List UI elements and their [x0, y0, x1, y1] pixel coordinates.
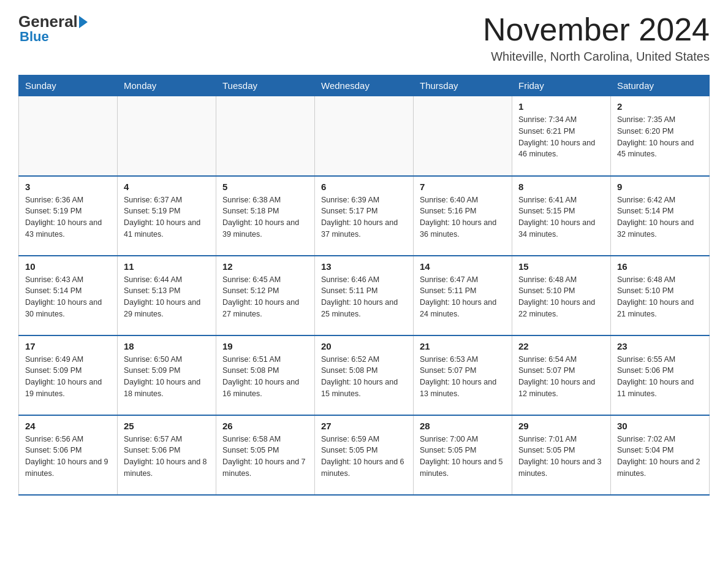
- day-cell: [118, 96, 216, 176]
- day-cell: 11Sunrise: 6:44 AMSunset: 5:13 PMDayligh…: [118, 256, 216, 335]
- day-number: 8: [518, 182, 604, 192]
- header-cell-tuesday: Tuesday: [216, 75, 315, 96]
- day-cell: 30Sunrise: 7:02 AMSunset: 5:04 PMDayligh…: [611, 415, 710, 495]
- location-title: Whiteville, North Carolina, United State…: [483, 50, 710, 64]
- day-info: Sunrise: 6:44 AMSunset: 5:13 PMDaylight:…: [124, 274, 210, 320]
- day-number: 10: [25, 261, 111, 272]
- day-cell: 16Sunrise: 6:48 AMSunset: 5:10 PMDayligh…: [611, 256, 710, 335]
- day-info: Sunrise: 6:55 AMSunset: 5:06 PMDaylight:…: [617, 354, 703, 400]
- day-info: Sunrise: 6:45 AMSunset: 5:12 PMDaylight:…: [222, 274, 308, 320]
- calendar-header: SundayMondayTuesdayWednesdayThursdayFrid…: [19, 75, 710, 96]
- day-info: Sunrise: 6:53 AMSunset: 5:07 PMDaylight:…: [420, 354, 506, 400]
- day-cell: 8Sunrise: 6:41 AMSunset: 5:15 PMDaylight…: [512, 176, 611, 256]
- day-number: 16: [617, 261, 703, 272]
- day-cell: 1Sunrise: 7:34 AMSunset: 6:21 PMDaylight…: [512, 96, 611, 176]
- day-number: 29: [518, 421, 604, 431]
- day-info: Sunrise: 6:37 AMSunset: 5:19 PMDaylight:…: [124, 194, 210, 240]
- day-info: Sunrise: 6:48 AMSunset: 5:10 PMDaylight:…: [617, 274, 703, 320]
- day-cell: 14Sunrise: 6:47 AMSunset: 5:11 PMDayligh…: [414, 256, 512, 335]
- day-number: 9: [617, 182, 703, 192]
- header: General Blue November 2024 Whiteville, N…: [18, 12, 710, 64]
- day-cell: [216, 96, 315, 176]
- day-cell: 13Sunrise: 6:46 AMSunset: 5:11 PMDayligh…: [315, 256, 414, 335]
- day-cell: [414, 96, 512, 176]
- day-cell: 12Sunrise: 6:45 AMSunset: 5:12 PMDayligh…: [216, 256, 315, 335]
- day-cell: 29Sunrise: 7:01 AMSunset: 5:05 PMDayligh…: [512, 415, 611, 495]
- day-info: Sunrise: 6:41 AMSunset: 5:15 PMDaylight:…: [518, 194, 604, 240]
- day-number: 17: [25, 341, 111, 351]
- week-row-0: 1Sunrise: 7:34 AMSunset: 6:21 PMDaylight…: [19, 96, 710, 176]
- logo-blue: Blue: [18, 29, 49, 45]
- day-number: 19: [222, 341, 308, 351]
- day-info: Sunrise: 6:51 AMSunset: 5:08 PMDaylight:…: [222, 354, 308, 400]
- month-title: November 2024: [483, 12, 710, 47]
- logo-arrow-icon: [79, 16, 88, 28]
- day-info: Sunrise: 6:43 AMSunset: 5:14 PMDaylight:…: [25, 274, 111, 320]
- day-cell: 15Sunrise: 6:48 AMSunset: 5:10 PMDayligh…: [512, 256, 611, 335]
- day-number: 4: [124, 182, 210, 192]
- day-info: Sunrise: 7:02 AMSunset: 5:04 PMDaylight:…: [617, 434, 703, 480]
- header-cell-wednesday: Wednesday: [315, 75, 414, 96]
- day-info: Sunrise: 6:50 AMSunset: 5:09 PMDaylight:…: [124, 354, 210, 400]
- day-number: 15: [518, 261, 604, 272]
- day-number: 11: [124, 261, 210, 272]
- header-cell-thursday: Thursday: [414, 75, 512, 96]
- day-info: Sunrise: 6:59 AMSunset: 5:05 PMDaylight:…: [321, 434, 407, 480]
- day-number: 7: [420, 182, 506, 192]
- calendar-body: 1Sunrise: 7:34 AMSunset: 6:21 PMDaylight…: [19, 96, 710, 495]
- day-info: Sunrise: 7:34 AMSunset: 6:21 PMDaylight:…: [518, 114, 604, 160]
- day-cell: 27Sunrise: 6:59 AMSunset: 5:05 PMDayligh…: [315, 415, 414, 495]
- day-cell: [315, 96, 414, 176]
- header-cell-saturday: Saturday: [611, 75, 710, 96]
- day-cell: 28Sunrise: 7:00 AMSunset: 5:05 PMDayligh…: [414, 415, 512, 495]
- day-number: 21: [420, 341, 506, 351]
- day-info: Sunrise: 6:56 AMSunset: 5:06 PMDaylight:…: [25, 434, 111, 480]
- day-number: 5: [222, 182, 308, 192]
- day-number: 25: [124, 421, 210, 431]
- day-cell: 19Sunrise: 6:51 AMSunset: 5:08 PMDayligh…: [216, 335, 315, 415]
- day-number: 20: [321, 341, 407, 351]
- day-number: 13: [321, 261, 407, 272]
- day-number: 2: [617, 101, 703, 112]
- day-info: Sunrise: 6:57 AMSunset: 5:06 PMDaylight:…: [124, 434, 210, 480]
- day-cell: 10Sunrise: 6:43 AMSunset: 5:14 PMDayligh…: [19, 256, 118, 335]
- day-number: 28: [420, 421, 506, 431]
- day-number: 1: [518, 101, 604, 112]
- day-info: Sunrise: 6:48 AMSunset: 5:10 PMDaylight:…: [518, 274, 604, 320]
- day-info: Sunrise: 6:39 AMSunset: 5:17 PMDaylight:…: [321, 194, 407, 240]
- week-row-4: 24Sunrise: 6:56 AMSunset: 5:06 PMDayligh…: [19, 415, 710, 495]
- day-info: Sunrise: 6:36 AMSunset: 5:19 PMDaylight:…: [25, 194, 111, 240]
- day-info: Sunrise: 6:54 AMSunset: 5:07 PMDaylight:…: [518, 354, 604, 400]
- day-info: Sunrise: 6:46 AMSunset: 5:11 PMDaylight:…: [321, 274, 407, 320]
- day-cell: 17Sunrise: 6:49 AMSunset: 5:09 PMDayligh…: [19, 335, 118, 415]
- day-cell: 20Sunrise: 6:52 AMSunset: 5:08 PMDayligh…: [315, 335, 414, 415]
- day-number: 26: [222, 421, 308, 431]
- day-info: Sunrise: 6:49 AMSunset: 5:09 PMDaylight:…: [25, 354, 111, 400]
- calendar-table: SundayMondayTuesdayWednesdayThursdayFrid…: [18, 75, 710, 496]
- day-cell: 7Sunrise: 6:40 AMSunset: 5:16 PMDaylight…: [414, 176, 512, 256]
- day-number: 18: [124, 341, 210, 351]
- week-row-1: 3Sunrise: 6:36 AMSunset: 5:19 PMDaylight…: [19, 176, 710, 256]
- day-cell: 4Sunrise: 6:37 AMSunset: 5:19 PMDaylight…: [118, 176, 216, 256]
- day-cell: 22Sunrise: 6:54 AMSunset: 5:07 PMDayligh…: [512, 335, 611, 415]
- day-cell: 24Sunrise: 6:56 AMSunset: 5:06 PMDayligh…: [19, 415, 118, 495]
- day-info: Sunrise: 7:35 AMSunset: 6:20 PMDaylight:…: [617, 114, 703, 160]
- day-cell: 25Sunrise: 6:57 AMSunset: 5:06 PMDayligh…: [118, 415, 216, 495]
- day-number: 30: [617, 421, 703, 431]
- day-cell: 26Sunrise: 6:58 AMSunset: 5:05 PMDayligh…: [216, 415, 315, 495]
- day-number: 22: [518, 341, 604, 351]
- day-info: Sunrise: 6:38 AMSunset: 5:18 PMDaylight:…: [222, 194, 308, 240]
- day-info: Sunrise: 6:42 AMSunset: 5:14 PMDaylight:…: [617, 194, 703, 240]
- day-cell: [19, 96, 118, 176]
- week-row-2: 10Sunrise: 6:43 AMSunset: 5:14 PMDayligh…: [19, 256, 710, 335]
- day-cell: 5Sunrise: 6:38 AMSunset: 5:18 PMDaylight…: [216, 176, 315, 256]
- day-cell: 9Sunrise: 6:42 AMSunset: 5:14 PMDaylight…: [611, 176, 710, 256]
- title-area: November 2024 Whiteville, North Carolina…: [483, 12, 710, 64]
- day-info: Sunrise: 6:58 AMSunset: 5:05 PMDaylight:…: [222, 434, 308, 480]
- day-cell: 21Sunrise: 6:53 AMSunset: 5:07 PMDayligh…: [414, 335, 512, 415]
- header-row: SundayMondayTuesdayWednesdayThursdayFrid…: [19, 75, 710, 96]
- day-number: 23: [617, 341, 703, 351]
- day-info: Sunrise: 6:52 AMSunset: 5:08 PMDaylight:…: [321, 354, 407, 400]
- day-info: Sunrise: 7:00 AMSunset: 5:05 PMDaylight:…: [420, 434, 506, 480]
- day-cell: 18Sunrise: 6:50 AMSunset: 5:09 PMDayligh…: [118, 335, 216, 415]
